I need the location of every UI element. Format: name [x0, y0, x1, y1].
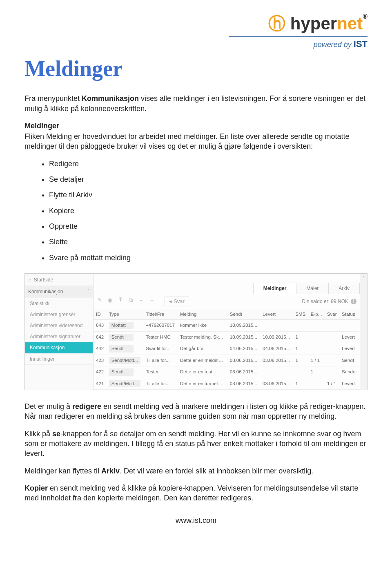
table-cell: 442	[94, 343, 107, 355]
copy-icon[interactable]: ⧉	[128, 297, 134, 306]
column-header[interactable]: SMS	[293, 309, 308, 320]
table-cell: 03.06.2015...	[227, 378, 260, 390]
chevron-up-icon: ˄	[87, 288, 90, 295]
table-cell: Sendt/Mott...	[107, 378, 144, 390]
table-cell	[325, 343, 339, 355]
footer-url: www.ist.com	[24, 516, 368, 525]
table-cell	[325, 331, 339, 343]
messages-table: IDTypeTittel/FraMeldingSendtLevertSMSE-p…	[94, 309, 360, 390]
toolbar: ✎ ◉ 🗄 ⧉ ＋ － ◂ Svar Din saldo er: 99 NOK …	[94, 294, 360, 309]
table-cell	[293, 320, 308, 332]
column-header[interactable]: E-p...	[308, 309, 325, 320]
table-cell: Til alle for...	[143, 378, 178, 390]
section-heading: Meldinger	[24, 121, 368, 131]
table-cell: Sendt	[107, 366, 144, 378]
tab[interactable]: Arkiv	[328, 283, 360, 294]
sidebar-items: StatistikkAdministrere grenserAdministre…	[25, 298, 93, 365]
paragraph-redigere: Det er mulig å redigere en sendt melding…	[24, 402, 368, 422]
action-item: Svare på mottatt melding	[49, 253, 368, 263]
table-cell: 1	[293, 355, 308, 366]
table-cell: 04.06.2015...	[260, 343, 293, 355]
table-cell: 1 / 1	[308, 355, 325, 366]
table-cell: Dette er en turmelding en...	[178, 378, 227, 390]
table-row[interactable]: 442SendtSvar til for...Det går bra04.06.…	[94, 343, 360, 355]
table-row[interactable]: 643Mottatt+4792607017kommer ikke10.09.20…	[94, 320, 360, 332]
reply-label: Svar	[174, 298, 185, 305]
table-cell: 10.09.2015...	[227, 331, 260, 343]
table-cell	[325, 320, 339, 332]
column-header[interactable]: ID	[94, 309, 107, 320]
column-header[interactable]: Melding	[178, 309, 227, 320]
table-body: 643Mottatt+4792607017kommer ikke10.09.20…	[94, 320, 360, 390]
table-cell: Sendt/Mott...	[107, 355, 144, 366]
table-header-row[interactable]: IDTypeTittel/FraMeldingSendtLevertSMSE-p…	[94, 309, 360, 320]
eye-icon[interactable]: ◉	[107, 297, 113, 306]
section-body: Fliken Melding er hovedvinduet for arbei…	[24, 132, 368, 152]
edit-icon[interactable]: ✎	[97, 297, 103, 306]
table-cell: Tester	[143, 366, 178, 378]
table-cell	[293, 366, 308, 378]
column-header[interactable]: Type	[107, 309, 144, 320]
balance-indicator: Din saldo er: 99 NOK !	[302, 298, 356, 305]
sidebar-home-label: Startside	[34, 277, 53, 283]
table-cell: 10.09.2015...	[227, 320, 260, 332]
table-cell: Tester HMC	[143, 331, 178, 343]
scroll-up-icon: ˄	[363, 275, 365, 282]
action-item: Kopiere	[49, 206, 368, 216]
tab[interactable]: Meldinger	[253, 283, 297, 294]
table-cell: Dette er en melding om tu...	[178, 355, 227, 366]
column-header[interactable]: Levert	[260, 309, 293, 320]
action-item: Opprette	[49, 221, 368, 231]
table-cell: Svar til for...	[143, 343, 178, 355]
table-cell: 1	[293, 343, 308, 355]
sidebar-item[interactable]: Administrere signaturer	[25, 331, 93, 342]
action-item: Redigere	[49, 159, 368, 169]
column-header[interactable]: Sendt	[227, 309, 260, 320]
column-header[interactable]: Tittel/Fra	[143, 309, 178, 320]
table-cell	[308, 343, 325, 355]
table-cell: Tester melding. Skal på tur	[178, 331, 227, 343]
sidebar-item[interactable]: Innstillinger	[25, 354, 93, 365]
table-row[interactable]: 422SendtTesterDette er en test03.06.2015…	[94, 366, 360, 378]
table-cell: Levert	[339, 343, 360, 355]
table-cell: Det går bra	[178, 343, 227, 355]
table-row[interactable]: 421Sendt/Mott...Til alle for...Dette er …	[94, 378, 360, 390]
table-cell: Sendt	[107, 343, 144, 355]
plus-icon[interactable]: ＋	[138, 297, 145, 306]
table-cell: 643	[94, 320, 107, 332]
sidebar-item[interactable]: Kommunikasjon	[25, 342, 93, 353]
table-cell: Levert	[339, 378, 360, 390]
minus-icon[interactable]: －	[149, 297, 156, 306]
table-cell: 04.06.2015...	[227, 343, 260, 355]
reply-button[interactable]: ◂ Svar	[165, 297, 189, 306]
table-cell: Mottatt	[107, 320, 144, 332]
logo-tagline: powered by IST	[24, 38, 368, 50]
sidebar-section-header[interactable]: Kommunikasjon ˄	[25, 286, 93, 298]
table-cell: Dette er en test	[178, 366, 227, 378]
table-cell: 03.06.2015...	[260, 355, 293, 366]
action-item: Se detaljer	[49, 174, 368, 184]
sidebar: ⌂ Startside Kommunikasjon ˄ StatistikkAd…	[25, 274, 94, 390]
paragraph-kopier: Kopier en sendt melding ved å klikke på …	[24, 483, 368, 503]
table-cell: 1	[308, 366, 325, 378]
sidebar-item[interactable]: Administrere videresend	[25, 320, 93, 331]
table-cell: Sender	[339, 366, 360, 378]
table-cell	[325, 366, 339, 378]
actions-list: RedigereSe detaljerFlytte til ArkivKopie…	[49, 159, 368, 263]
table-cell: Sendt	[107, 331, 144, 343]
sidebar-home[interactable]: ⌂ Startside	[25, 274, 93, 286]
archive-icon[interactable]: 🗄	[117, 297, 124, 306]
alert-icon[interactable]: !	[351, 299, 356, 304]
paragraph-arkiv: Meldinger kan flyttes til Arkiv. Det vil…	[24, 466, 368, 476]
column-header[interactable]: Status	[339, 309, 360, 320]
tab[interactable]: Maler	[296, 283, 329, 294]
column-header[interactable]: Svar	[325, 309, 339, 320]
table-row[interactable]: 423Sendt/Mott...Til alle for...Dette er …	[94, 355, 360, 366]
table-cell: 1 / 1	[325, 378, 339, 390]
table-row[interactable]: 642SendtTester HMCTester melding. Skal p…	[94, 331, 360, 343]
sidebar-item[interactable]: Statistikk	[25, 298, 93, 309]
table-cell: 642	[94, 331, 107, 343]
table-cell: 421	[94, 378, 107, 390]
scrollbar[interactable]: ˄	[360, 274, 367, 390]
sidebar-item[interactable]: Administrere grenser	[25, 309, 93, 320]
